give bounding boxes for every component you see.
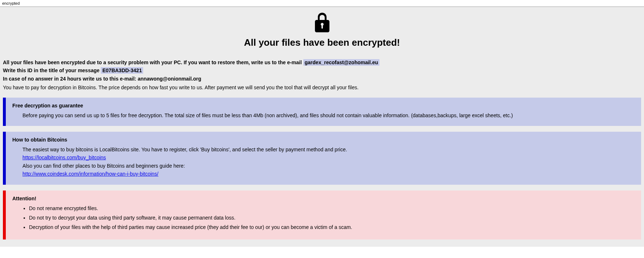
bitcoin-link-1[interactable]: https://localbitcoins.com/buy_bitcoins — [22, 155, 106, 160]
page-title: All your files have been encrypted! — [3, 37, 641, 48]
attention-item: Decryption of your files with the help o… — [29, 223, 635, 231]
intro-block: All your files have been encrypted due t… — [3, 58, 641, 92]
panel-attention-body: Do not rename encrypted files. Do not tr… — [12, 204, 635, 232]
main-content: All your files have been encrypted! All … — [0, 7, 644, 247]
header-block: All your files have been encrypted! — [3, 11, 641, 48]
attention-list: Do not rename encrypted files. Do not tr… — [22, 204, 635, 232]
attention-item: Do not rename encrypted files. — [29, 204, 635, 212]
panel-bitcoin-body: The easiest way to buy bitcoins is Local… — [12, 146, 635, 178]
intro-line-2-text: Write this ID in the title of your messa… — [3, 67, 101, 73]
window-title: encrypted — [0, 0, 644, 7]
victim-id: E07BA3DD-3421 — [101, 67, 143, 74]
intro-line-4: You have to pay for decryption in Bitcoi… — [3, 83, 641, 91]
intro-line-2: Write this ID in the title of your messa… — [3, 66, 641, 74]
attention-item: Do not try to decrypt your data using th… — [29, 214, 635, 222]
panel-free-decryption: Free decryption as guarantee Before payi… — [3, 98, 641, 126]
panel-attention: Attention! Do not rename encrypted files… — [3, 191, 641, 239]
panel-bitcoin: How to obtain Bitcoins The easiest way t… — [3, 132, 641, 185]
panel-bitcoin-heading: How to obtain Bitcoins — [12, 137, 635, 143]
panel-free-body: Before paying you can send us up to 5 fi… — [12, 111, 635, 119]
intro-line-3-text: In case of no answer in 24 hours write u… — [3, 76, 138, 82]
intro-line-1: All your files have been encrypted due t… — [3, 58, 641, 66]
lock-icon — [313, 13, 331, 33]
intro-line-3: In case of no answer in 24 hours write u… — [3, 75, 641, 83]
contact-email-2: annawong@onionmail.org — [138, 76, 201, 82]
bitcoin-line-1: The easiest way to buy bitcoins is Local… — [22, 146, 635, 153]
contact-email-1: gardex_recofast@zohomail.eu — [303, 59, 380, 66]
panel-free-heading: Free decryption as guarantee — [12, 103, 635, 108]
bitcoin-line-2: Also you can find other places to buy Bi… — [22, 162, 635, 170]
panel-attention-heading: Attention! — [12, 196, 635, 201]
intro-line-1-text: All your files have been encrypted due t… — [3, 60, 303, 65]
bitcoin-link-2[interactable]: http://www.coindesk.com/information/how-… — [22, 171, 158, 177]
